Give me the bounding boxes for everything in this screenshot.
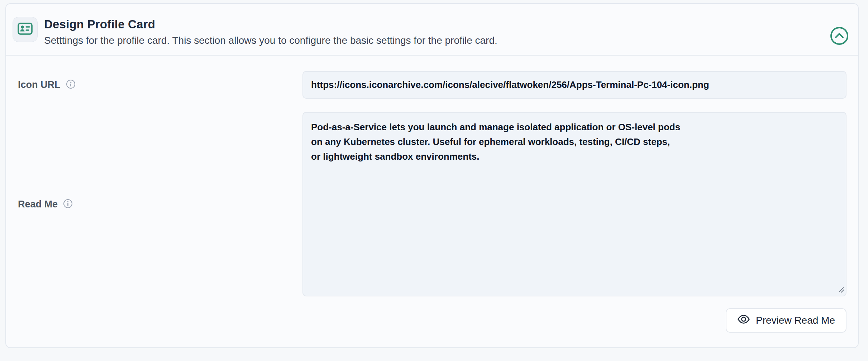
section-icon-chip: [13, 17, 38, 42]
actions-row: Preview Read Me: [18, 308, 846, 333]
preview-read-me-label: Preview Read Me: [756, 315, 835, 326]
chevron-up-circle-icon: [829, 26, 849, 47]
read-me-row: Read Me Pod-as-a-Service lets you launch…: [18, 112, 846, 296]
id-card-icon: [18, 23, 33, 36]
read-me-textarea-wrap: Pod-as-a-Service lets you launch and man…: [302, 112, 846, 296]
icon-url-label: Icon URL: [18, 79, 61, 90]
icon-url-row: Icon URL: [18, 71, 846, 99]
read-me-label-group: Read Me: [18, 199, 302, 210]
icon-url-label-group: Icon URL: [18, 79, 302, 90]
collapse-section-button[interactable]: [829, 26, 849, 46]
section-description: Setttings for the profile card. This sec…: [44, 35, 497, 46]
icon-url-input[interactable]: [302, 71, 846, 99]
read-me-label: Read Me: [18, 199, 58, 210]
eye-icon: [737, 314, 750, 327]
info-icon[interactable]: [63, 199, 73, 210]
design-profile-card-section: Design Profile Card Setttings for the pr…: [5, 3, 859, 348]
icon-url-field-col: [302, 71, 846, 99]
info-icon[interactable]: [66, 79, 76, 90]
section-title: Design Profile Card: [44, 18, 497, 31]
section-header: Design Profile Card Setttings for the pr…: [6, 4, 858, 56]
header-texts: Design Profile Card Setttings for the pr…: [44, 17, 497, 46]
section-body: Icon URL Read Me: [6, 56, 858, 347]
read-me-textarea[interactable]: Pod-as-a-Service lets you launch and man…: [302, 112, 846, 296]
preview-read-me-button[interactable]: Preview Read Me: [726, 308, 846, 333]
read-me-field-col: Pod-as-a-Service lets you launch and man…: [302, 112, 846, 296]
